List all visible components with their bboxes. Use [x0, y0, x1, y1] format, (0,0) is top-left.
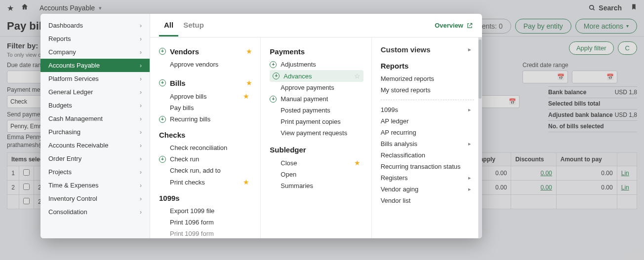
menu-print-checks[interactable]: Print checks★: [159, 176, 252, 188]
plus-circle-icon[interactable]: +: [159, 48, 166, 55]
vendors-heading: Vendors: [170, 47, 199, 56]
mega-menu-sidebar: Dashboards›Reports›Company›Accounts Paya…: [40, 14, 150, 238]
sidebar-item-company[interactable]: Company›: [40, 45, 150, 59]
menu-bills-analysis[interactable]: Bills analysis▸: [381, 138, 474, 149]
menu-recurring-bills[interactable]: +Recurring bills: [159, 113, 252, 125]
mega-col-1: +Vendors ★ Approve vendors +Bills ★ Appr…: [150, 37, 261, 238]
chevron-right-icon: ›: [140, 209, 142, 216]
menu-summaries[interactable]: Summaries: [270, 180, 363, 191]
menu-approve-vendors[interactable]: Approve vendors: [159, 59, 252, 70]
sidebar-item-accounts-payable[interactable]: Accounts Payable›: [40, 59, 150, 72]
menu-my-stored-reports[interactable]: My stored reports: [381, 84, 474, 96]
mega-col-2: Payments +Adjustments +Advances☆ Approve…: [261, 37, 371, 238]
menu-print-1099[interactable]: Print 1099 form: [159, 228, 252, 238]
menu-approve-payments[interactable]: Approve payments: [270, 82, 363, 93]
chevron-right-icon: ▸: [468, 175, 471, 181]
sidebar-item-purchasing[interactable]: Purchasing›: [40, 125, 150, 139]
sidebar-item-reports[interactable]: Reports›: [40, 32, 150, 45]
chevron-right-icon: ›: [140, 89, 142, 96]
mega-menu: Dashboards›Reports›Company›Accounts Paya…: [40, 14, 482, 238]
chevron-right-icon: ›: [140, 142, 142, 149]
menu-recurring-transaction-status[interactable]: Recurring transaction status: [381, 161, 474, 172]
menu-posted-payments[interactable]: Posted payments: [270, 105, 363, 116]
overview-link[interactable]: Overview: [435, 22, 473, 29]
menu-print-1096[interactable]: Print 1096 form: [159, 217, 252, 228]
chevron-right-icon: ▸: [468, 46, 471, 53]
1099s-heading: 1099s: [159, 194, 252, 202]
menu-approve-bills[interactable]: Approve bills★: [159, 90, 252, 102]
menu-ap-ledger[interactable]: AP ledger: [381, 115, 474, 127]
menu-view-payment-requests[interactable]: View payment requests: [270, 127, 363, 139]
external-link-icon: [466, 22, 473, 29]
sidebar-item-order-entry[interactable]: Order Entry›: [40, 152, 150, 165]
chevron-right-icon: ›: [140, 75, 142, 82]
chevron-right-icon: ›: [140, 169, 142, 176]
menu-registers[interactable]: Registers▸: [381, 172, 474, 184]
reports-heading: Reports: [381, 62, 474, 70]
tab-setup[interactable]: Setup: [178, 15, 209, 37]
chevron-right-icon: ›: [140, 129, 142, 136]
plus-circle-icon[interactable]: +: [159, 116, 166, 123]
menu-print-payment-copies[interactable]: Print payment copies: [270, 116, 363, 127]
sidebar-item-consolidation[interactable]: Consolidation›: [40, 205, 150, 219]
checks-heading: Checks: [159, 131, 252, 139]
sidebar-item-projects[interactable]: Projects›: [40, 165, 150, 179]
menu-vendor-aging[interactable]: Vendor aging▸: [381, 184, 474, 195]
star-icon[interactable]: ★: [243, 178, 249, 186]
scrollbar-thumb[interactable]: [479, 39, 482, 99]
plus-circle-icon[interactable]: +: [159, 156, 166, 163]
sidebar-item-inventory-control[interactable]: Inventory Control›: [40, 192, 150, 205]
menu-memorized-reports[interactable]: Memorized reports: [381, 73, 474, 84]
sidebar-item-dashboards[interactable]: Dashboards›: [40, 19, 150, 32]
menu-ap-recurring[interactable]: AP recurring: [381, 127, 474, 138]
chevron-right-icon: ▸: [468, 141, 471, 147]
payments-heading: Payments: [270, 47, 363, 56]
menu-export-1099[interactable]: Export 1099 file: [159, 205, 252, 217]
star-icon[interactable]: ★: [246, 79, 252, 87]
plus-circle-icon[interactable]: +: [273, 73, 280, 79]
star-icon[interactable]: ★: [243, 92, 249, 100]
menu-reclassification[interactable]: Reclassification: [381, 149, 474, 161]
menu-pay-bills[interactable]: Pay bills: [159, 102, 252, 113]
mega-col-3: Custom views▸ Reports Memorized reports …: [372, 37, 482, 238]
mega-menu-columns: +Vendors ★ Approve vendors +Bills ★ Appr…: [150, 37, 482, 238]
chevron-right-icon: ›: [140, 49, 142, 56]
menu-open[interactable]: Open: [270, 169, 363, 180]
sidebar-item-general-ledger[interactable]: General Ledger›: [40, 85, 150, 99]
sidebar-item-cash-management[interactable]: Cash Management›: [40, 112, 150, 125]
mega-menu-tabs: All Setup Overview: [150, 14, 482, 37]
menu-close[interactable]: Close★: [270, 157, 363, 169]
chevron-right-icon: ›: [140, 36, 142, 42]
menu-check-run[interactable]: +Check run: [159, 153, 252, 165]
sidebar-item-budgets[interactable]: Budgets›: [40, 99, 150, 112]
star-icon[interactable]: ★: [246, 47, 252, 55]
chevron-right-icon: ▸: [468, 186, 471, 192]
menu-vendor-list[interactable]: Vendor list: [381, 195, 474, 206]
chevron-right-icon: ›: [140, 102, 142, 109]
menu-check-run-add[interactable]: Check run, add to: [159, 165, 252, 176]
menu-adjustments[interactable]: +Adjustments: [270, 59, 363, 70]
sidebar-item-platform-services[interactable]: Platform Services›: [40, 72, 150, 85]
subledger-heading: Subledger: [270, 146, 363, 154]
tab-all[interactable]: All: [159, 15, 178, 37]
menu-custom-views[interactable]: Custom views▸: [381, 43, 474, 56]
sidebar-item-time-expenses[interactable]: Time & Expenses›: [40, 179, 150, 192]
sidebar-item-accounts-receivable[interactable]: Accounts Receivable›: [40, 139, 150, 152]
star-outline-icon[interactable]: ☆: [354, 72, 361, 80]
chevron-right-icon: ›: [140, 115, 142, 122]
chevron-right-icon: ›: [140, 182, 142, 189]
menu-1099s[interactable]: 1099s▸: [381, 104, 474, 115]
menu-check-reconciliation[interactable]: Check reconciliation: [159, 142, 252, 153]
mega-menu-main: All Setup Overview +Vendors ★ Approve ve…: [150, 14, 482, 238]
chevron-right-icon: ›: [140, 62, 142, 69]
plus-circle-icon[interactable]: +: [159, 79, 166, 86]
plus-circle-icon[interactable]: +: [270, 96, 277, 103]
chevron-right-icon: ›: [140, 155, 142, 162]
star-icon[interactable]: ★: [354, 159, 361, 167]
bills-heading: Bills: [170, 79, 186, 87]
menu-advances[interactable]: +Advances☆: [270, 70, 363, 82]
menu-manual-payment[interactable]: +Manual payment: [270, 93, 363, 105]
plus-circle-icon[interactable]: +: [270, 61, 277, 68]
chevron-right-icon: ▸: [468, 107, 471, 113]
chevron-right-icon: ›: [140, 195, 142, 202]
